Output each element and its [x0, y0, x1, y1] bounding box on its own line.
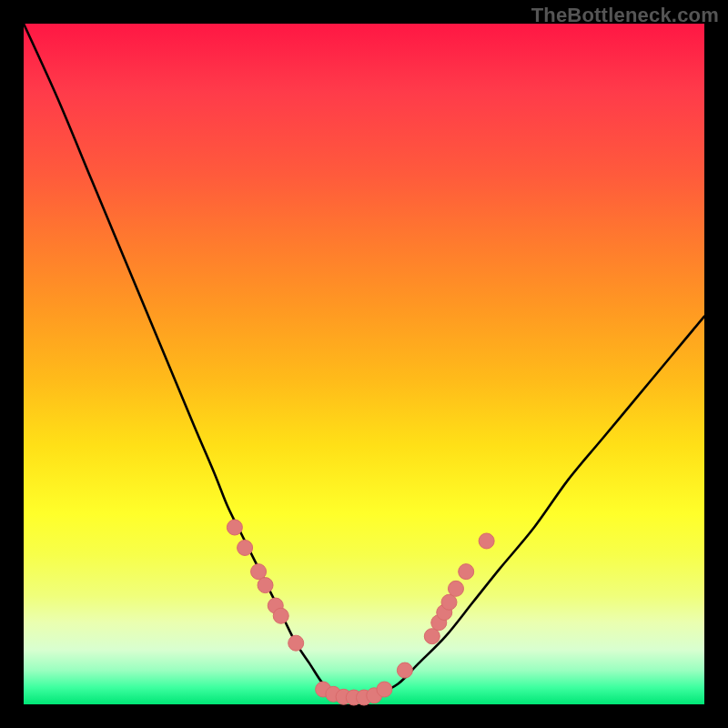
curve-marker — [251, 564, 267, 580]
bottleneck-curve — [24, 24, 704, 698]
curve-marker — [459, 564, 474, 580]
plot-area — [24, 24, 704, 704]
chart-frame: TheBottleneck.com — [0, 0, 728, 728]
curve-markers — [227, 520, 494, 705]
curve-marker — [377, 682, 392, 697]
curve-marker — [424, 629, 440, 644]
curve-marker — [227, 520, 242, 535]
curve-marker — [441, 594, 457, 610]
curve-marker — [397, 662, 412, 678]
curve-marker — [448, 581, 463, 596]
curve-marker — [273, 608, 288, 623]
curve-marker — [238, 540, 253, 555]
curve-svg — [24, 24, 704, 704]
curve-marker — [479, 533, 494, 549]
watermark-text: TheBottleneck.com — [531, 4, 719, 27]
curve-marker — [288, 635, 304, 651]
curve-marker — [258, 578, 273, 593]
